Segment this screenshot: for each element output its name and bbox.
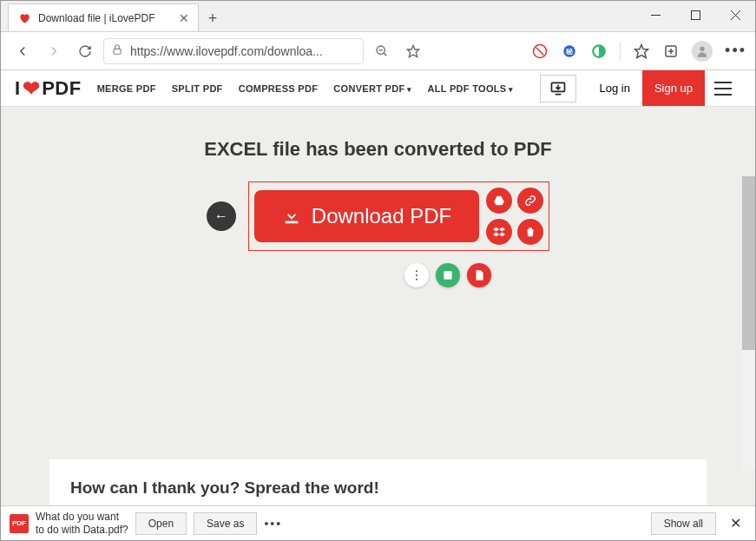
save-to-drive-button[interactable] bbox=[486, 188, 512, 214]
conversion-headline: EXCEL file has been converted to PDF bbox=[204, 138, 552, 161]
favorites-icon[interactable] bbox=[633, 43, 650, 60]
nav-all-tools[interactable]: ALL PDF TOOLS bbox=[428, 83, 514, 94]
download-highlight-box: Download PDF bbox=[248, 181, 549, 251]
svg-marker-26 bbox=[493, 228, 499, 232]
signup-button[interactable]: Sign up bbox=[642, 70, 705, 106]
window-minimize-button[interactable] bbox=[635, 1, 675, 29]
pdf-file-icon[interactable] bbox=[467, 263, 491, 287]
heart-icon bbox=[17, 11, 31, 25]
scroll-thumb[interactable] bbox=[742, 176, 755, 350]
forward-button[interactable] bbox=[41, 38, 67, 64]
extension-icon[interactable] bbox=[531, 43, 549, 60]
lock-icon bbox=[111, 43, 123, 58]
logo-text: PDF bbox=[42, 77, 82, 100]
excel-file-icon[interactable] bbox=[436, 263, 460, 287]
tab-close-button[interactable]: ✕ bbox=[179, 11, 189, 25]
show-all-downloads-button[interactable]: Show all bbox=[651, 512, 716, 535]
address-field[interactable]: https://www.ilovepdf.com/downloa... bbox=[103, 38, 364, 64]
svg-marker-29 bbox=[499, 233, 505, 237]
window-close-button[interactable] bbox=[715, 1, 755, 29]
profile-avatar[interactable] bbox=[692, 41, 713, 62]
svg-rect-4 bbox=[114, 49, 121, 54]
open-file-button[interactable]: Open bbox=[135, 512, 187, 535]
download-prompt: What do you want to do with Data.pdf? bbox=[36, 511, 128, 536]
logo-text: I bbox=[15, 77, 21, 100]
site-logo[interactable]: I ❤ PDF bbox=[15, 76, 82, 101]
svg-point-18 bbox=[700, 46, 704, 50]
download-shelf: PDF What do you want to do with Data.pdf… bbox=[1, 505, 755, 540]
download-pdf-button[interactable]: Download PDF bbox=[254, 190, 479, 242]
svg-line-6 bbox=[384, 53, 386, 56]
login-button[interactable]: Log in bbox=[587, 70, 641, 106]
nav-split[interactable]: SPLIT PDF bbox=[172, 83, 223, 94]
svg-rect-1 bbox=[691, 10, 700, 19]
zoom-button[interactable] bbox=[369, 38, 395, 64]
menu-button[interactable] bbox=[705, 70, 741, 106]
svg-text:秘: 秘 bbox=[565, 48, 574, 56]
tab-title: Download file | iLovePDF bbox=[38, 12, 155, 24]
site-header: I ❤ PDF MERGE PDF SPLIT PDF COMPRESS PDF… bbox=[1, 70, 755, 107]
new-tab-button[interactable]: + bbox=[199, 5, 227, 31]
window-maximize-button[interactable] bbox=[675, 1, 715, 29]
back-button[interactable] bbox=[10, 38, 36, 64]
save-as-button[interactable]: Save as bbox=[194, 512, 257, 535]
thank-you-card: How can I thank you? Spread the word! If… bbox=[49, 459, 707, 505]
download-label: Download PDF bbox=[312, 204, 451, 228]
back-to-tool-button[interactable]: ← bbox=[207, 201, 236, 231]
download-more-button[interactable]: ••• bbox=[264, 517, 282, 531]
extension-icon[interactable]: 秘 bbox=[561, 43, 578, 60]
pdf-icon: PDF bbox=[10, 514, 29, 533]
reload-button[interactable] bbox=[72, 38, 98, 64]
download-icon bbox=[282, 207, 301, 226]
svg-marker-27 bbox=[499, 228, 505, 232]
svg-line-10 bbox=[536, 47, 544, 55]
extension-icon[interactable] bbox=[590, 43, 608, 60]
share-link-button[interactable] bbox=[517, 188, 543, 214]
browser-tab[interactable]: Download file | iLovePDF ✕ bbox=[8, 3, 199, 31]
svg-marker-8 bbox=[407, 45, 418, 56]
desktop-app-icon[interactable] bbox=[540, 75, 576, 102]
delete-file-button[interactable] bbox=[517, 219, 543, 245]
more-options-button[interactable]: ⋯ bbox=[404, 263, 429, 287]
favorite-button[interactable] bbox=[400, 38, 426, 64]
address-bar: https://www.ilovepdf.com/downloa... 秘 ••… bbox=[1, 32, 755, 70]
svg-marker-14 bbox=[635, 44, 648, 57]
nav-merge[interactable]: MERGE PDF bbox=[97, 83, 156, 94]
close-shelf-button[interactable]: ✕ bbox=[725, 515, 746, 531]
svg-rect-24 bbox=[285, 221, 298, 224]
url-text: https://www.ilovepdf.com/downloa... bbox=[130, 44, 323, 58]
svg-rect-30 bbox=[444, 271, 451, 279]
nav-convert[interactable]: CONVERT PDF bbox=[333, 83, 411, 94]
thank-title: How can I thank you? Spread the word! bbox=[70, 478, 686, 498]
svg-marker-28 bbox=[493, 233, 499, 237]
nav-compress[interactable]: COMPRESS PDF bbox=[239, 83, 319, 94]
svg-marker-25 bbox=[494, 196, 504, 206]
save-to-dropbox-button[interactable] bbox=[486, 219, 512, 245]
heart-icon: ❤ bbox=[23, 76, 41, 101]
browser-menu-button[interactable]: ••• bbox=[725, 42, 746, 60]
scrollbar[interactable] bbox=[742, 176, 755, 471]
collections-icon[interactable] bbox=[662, 43, 680, 60]
